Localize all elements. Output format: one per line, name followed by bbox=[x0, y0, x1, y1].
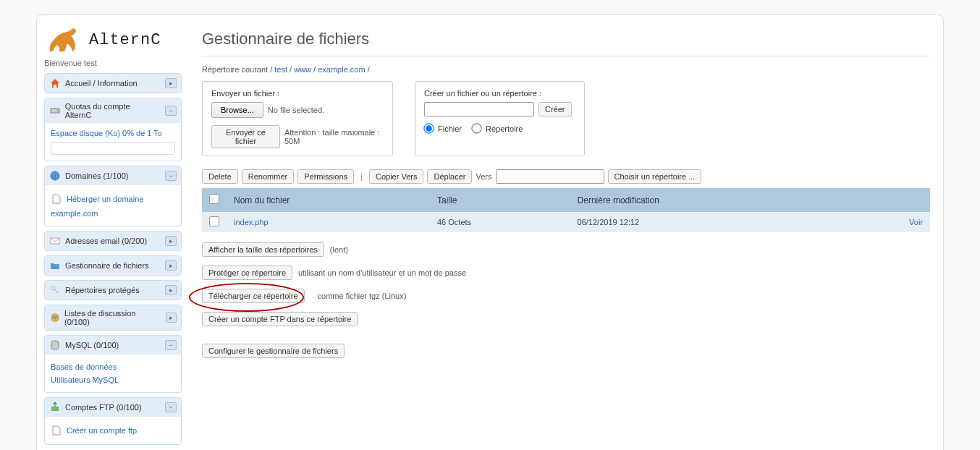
panel-ftp-header[interactable]: Comptes FTP (0/100) − bbox=[45, 398, 181, 417]
database-icon bbox=[49, 339, 61, 351]
panel-lists-header[interactable]: Listes de discussion (0/100) ▸ bbox=[45, 305, 181, 330]
panel-mysql-title: MySQL (0/100) bbox=[65, 341, 119, 349]
panel-files-title: Gestionnaire de fichiers bbox=[65, 261, 149, 270]
expand-icon[interactable]: ▸ bbox=[165, 285, 177, 295]
radio-file-label: Fichier bbox=[438, 124, 462, 133]
panel-lists: Listes de discussion (0/100) ▸ bbox=[44, 305, 182, 331]
world-icon bbox=[49, 312, 60, 323]
expand-icon[interactable]: ▸ bbox=[165, 236, 177, 246]
mysql-db-link[interactable]: Bases de données bbox=[51, 362, 117, 371]
panel-home-header[interactable]: Accueil / Information ▸ bbox=[45, 74, 181, 93]
download-button[interactable]: Télécharger ce répertoire bbox=[202, 289, 305, 303]
expand-icon[interactable]: ▸ bbox=[166, 313, 177, 323]
create-ftp-button[interactable]: Créer un compte FTP dans ce répertoire bbox=[202, 312, 358, 326]
table-row: index.php 46 Octets 06/12/2019 12:12 Voi… bbox=[202, 212, 930, 232]
page-icon bbox=[51, 193, 62, 205]
panel-domains-header[interactable]: Domaines (1/100) − bbox=[45, 166, 181, 185]
panel-domains: Domaines (1/100) − Héberger un domaine e… bbox=[44, 166, 182, 226]
row-checkbox[interactable] bbox=[209, 216, 219, 226]
file-mod: 06/12/2019 12:12 bbox=[570, 212, 849, 232]
drive-icon bbox=[49, 105, 61, 116]
panel-ftp-title: Comptes FTP (0/100) bbox=[65, 403, 142, 412]
radio-dir[interactable] bbox=[471, 123, 481, 133]
panel-domains-title: Domaines (1/100) bbox=[65, 171, 128, 180]
panel-files-header[interactable]: Gestionnaire de fichiers ▸ bbox=[45, 256, 181, 275]
create-submit-button[interactable]: Créer bbox=[538, 102, 572, 116]
protect-button[interactable]: Protéger ce répertoire bbox=[202, 266, 292, 280]
panel-quota-title: Quotas du compte AlternC bbox=[65, 102, 157, 119]
quota-link[interactable]: Espace disque (Ko) 0% de 1 To bbox=[51, 129, 162, 137]
nofile-text: No file selected. bbox=[268, 106, 324, 114]
logo: AlternC bbox=[44, 25, 182, 54]
page-title: Gestionnaire de fichiers bbox=[202, 30, 930, 48]
panel-quota: Quotas du compte AlternC − Espace disque… bbox=[44, 98, 182, 161]
to-label: Vers bbox=[476, 172, 491, 181]
download-note: comme fichier tgz (Linux) bbox=[318, 292, 407, 300]
main: Gestionnaire de fichiers Répertoire cour… bbox=[189, 15, 943, 450]
file-link[interactable]: index.php bbox=[234, 218, 269, 226]
panel-mysql-header[interactable]: MySQL (0/100) − bbox=[45, 336, 181, 355]
destination-input[interactable] bbox=[496, 169, 604, 184]
rename-button[interactable]: Renommer bbox=[242, 169, 294, 184]
create-box: Créer un fichier ou un répertoire : Crée… bbox=[415, 81, 585, 156]
view-link[interactable]: Voir bbox=[909, 218, 923, 226]
ftp-create-link[interactable]: Créer un compte ftp bbox=[67, 426, 137, 435]
upload-box: Envoyer un fichier : Browse... No file s… bbox=[202, 81, 393, 156]
panel-home-title: Accueil / Information bbox=[65, 79, 138, 88]
radio-dir-label: Répertoire bbox=[486, 124, 523, 133]
breadcrumb-label: Répertoire courant bbox=[202, 65, 268, 74]
create-label: Créer un fichier ou un répertoire : bbox=[424, 89, 575, 98]
breadcrumb-part[interactable]: www bbox=[294, 65, 311, 74]
browse-button[interactable]: Browse... bbox=[211, 102, 263, 118]
panel-protected-title: Répertoires protégés bbox=[65, 286, 140, 294]
collapse-icon[interactable]: − bbox=[165, 171, 177, 181]
panel-emails-header[interactable]: Adresses email (0/200) ▸ bbox=[45, 232, 181, 250]
mail-icon bbox=[49, 235, 61, 247]
host-domain-link[interactable]: Héberger un domaine bbox=[67, 195, 143, 203]
quota-bar bbox=[51, 142, 175, 155]
configure-button[interactable]: Configurer le gestionnaire de fichiers bbox=[202, 344, 345, 358]
create-name-input[interactable] bbox=[424, 102, 534, 116]
radio-file[interactable] bbox=[423, 123, 434, 133]
move-button[interactable]: Déplacer bbox=[427, 169, 472, 184]
expand-icon[interactable]: ▸ bbox=[165, 260, 177, 271]
copy-button[interactable]: Copier Vers bbox=[369, 169, 423, 184]
file-toolbar: Delete Renommer Permissions | Copier Ver… bbox=[202, 169, 930, 184]
collapse-icon[interactable]: − bbox=[165, 106, 177, 116]
panel-home: Accueil / Information ▸ bbox=[44, 73, 182, 93]
protect-note: utilisant un nom d'utilisateur et un mot… bbox=[298, 268, 466, 277]
collapse-icon[interactable]: − bbox=[165, 340, 177, 350]
file-size: 46 Octets bbox=[430, 212, 570, 232]
folder-icon bbox=[49, 260, 61, 271]
col-size: Taille bbox=[430, 188, 570, 212]
sidebar: AlternC Bienvenue test Accueil / Informa… bbox=[37, 15, 189, 450]
mysql-users-link[interactable]: Utilisateurs MySQL bbox=[51, 375, 119, 384]
permissions-button[interactable]: Permissions bbox=[297, 169, 354, 184]
globe-icon bbox=[49, 170, 61, 182]
panel-ftp: Comptes FTP (0/100) − Créer un compte ft… bbox=[44, 397, 182, 445]
panel-lists-title: Listes de discussion (0/100) bbox=[64, 309, 157, 326]
key-icon bbox=[49, 284, 61, 296]
panel-protected-header[interactable]: Répertoires protégés ▸ bbox=[45, 281, 181, 300]
choose-dir-button[interactable]: Choisir un répertoire ... bbox=[608, 169, 702, 184]
breadcrumb-part[interactable]: example.com bbox=[318, 65, 365, 74]
panel-protected: Répertoires protégés ▸ bbox=[44, 280, 182, 300]
breadcrumb-part[interactable]: test bbox=[274, 65, 287, 74]
upload-label: Envoyer un fichier : bbox=[211, 89, 384, 98]
domain-link[interactable]: example.com bbox=[51, 209, 98, 218]
expand-icon[interactable]: ▸ bbox=[165, 78, 177, 88]
logo-text: AlternC bbox=[89, 31, 161, 49]
file-table: Nom du fichier Taille Dernière modificat… bbox=[202, 188, 930, 232]
upload-submit-button[interactable]: Envoyer ce fichier bbox=[211, 125, 280, 148]
col-name: Nom du fichier bbox=[227, 188, 430, 212]
collapse-icon[interactable]: − bbox=[165, 402, 177, 412]
delete-button[interactable]: Delete bbox=[202, 169, 238, 184]
divider bbox=[202, 56, 930, 56]
select-all-checkbox[interactable] bbox=[209, 194, 219, 204]
svg-point-1 bbox=[57, 110, 59, 111]
upload-note: Attention : taille maximale : 50M bbox=[284, 128, 384, 145]
welcome-text: Bienvenue test bbox=[44, 59, 182, 67]
show-size-button[interactable]: Afficher la taille des répertoires bbox=[202, 242, 324, 257]
panel-quota-header[interactable]: Quotas du compte AlternC − bbox=[45, 98, 181, 123]
page-icon bbox=[51, 425, 62, 436]
